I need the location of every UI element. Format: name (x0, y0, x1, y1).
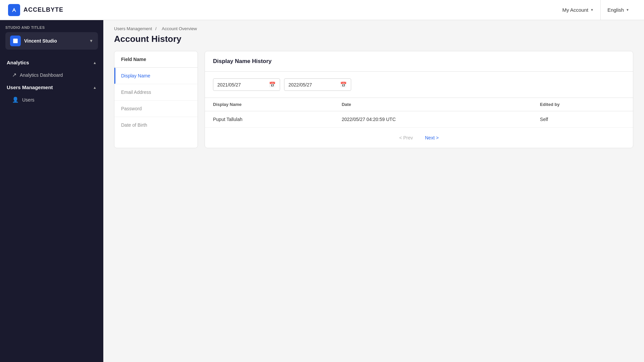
studio-section-label: STUDIO AND TITLES (5, 25, 98, 29)
date-start-value: 2021/05/27 (217, 82, 266, 87)
history-panel: Display Name History 2021/05/27 📅 2022/0… (205, 51, 633, 148)
sidebar-item-users[interactable]: 👤 Users (0, 94, 103, 106)
studio-selector[interactable]: Vincent Studio ▼ (5, 32, 98, 50)
analytics-section-header[interactable]: Analytics ▲ (0, 56, 103, 69)
language-chevron-icon: ▼ (626, 8, 629, 12)
trending-icon: ↗ (12, 72, 16, 78)
svg-rect-4 (14, 41, 15, 42)
logo-icon (8, 4, 20, 16)
cell-date: 2022/05/27 04:20:59 UTC (334, 111, 532, 128)
breadcrumb: Users Management / Account Overview (103, 20, 644, 33)
col-edited-by: Edited by (532, 98, 633, 111)
date-range-filter: 2021/05/27 📅 2022/05/27 📅 (205, 72, 633, 98)
breadcrumb-users-management[interactable]: Users Management (114, 26, 152, 31)
col-display-name: Display Name (205, 98, 334, 111)
analytics-section-title: Analytics (7, 60, 29, 65)
svg-rect-5 (16, 41, 17, 42)
page-title: Account History (103, 33, 644, 51)
topbar-right: My Account ▼ English ▼ (555, 0, 636, 20)
cell-display-name: Puput Tallulah (205, 111, 334, 128)
content-area: Field Name Display Name Email Address Pa… (103, 51, 644, 159)
svg-rect-2 (14, 40, 15, 41)
topbar: ACCELBYTE My Account ▼ English ▼ (0, 0, 644, 20)
history-table: Display Name Date Edited by Puput Tallul… (205, 98, 633, 127)
sidebar: STUDIO AND TITLES Vincent Studio ▼ Analy… (0, 20, 103, 362)
next-button[interactable]: Next > (420, 133, 443, 142)
logo-text: ACCELBYTE (23, 6, 63, 13)
users-management-section-title: Users Management (7, 84, 53, 90)
field-item-date-of-birth[interactable]: Date of Birth (114, 117, 198, 133)
date-end-input[interactable]: 2022/05/27 📅 (284, 78, 351, 91)
users-management-section-header[interactable]: Users Management ▲ (0, 81, 103, 94)
field-item-email-address[interactable]: Email Address (114, 84, 198, 101)
field-item-display-name[interactable]: Display Name (114, 68, 198, 84)
my-account-button[interactable]: My Account ▼ (555, 0, 600, 20)
main-content: Users Management / Account Overview Acco… (103, 20, 644, 362)
studio-name: Vincent Studio (24, 38, 86, 44)
analytics-chevron-icon: ▲ (93, 61, 97, 65)
studio-icon (10, 36, 21, 46)
logo-area: ACCELBYTE (8, 4, 63, 16)
col-date: Date (334, 98, 532, 111)
sidebar-nav: Analytics ▲ ↗ Analytics Dashboard Users … (0, 52, 103, 110)
cell-edited-by: Self (532, 111, 633, 128)
users-management-chevron-icon: ▲ (93, 85, 97, 89)
table-row: Puput Tallulah 2022/05/27 04:20:59 UTC S… (205, 111, 633, 128)
breadcrumb-account-overview: Account Overview (162, 26, 197, 31)
prev-button[interactable]: < Prev (394, 133, 418, 142)
history-panel-title: Display Name History (205, 51, 633, 72)
date-end-value: 2022/05/27 (288, 82, 337, 87)
field-list-header: Field Name (114, 51, 198, 68)
date-start-input[interactable]: 2021/05/27 📅 (213, 78, 280, 91)
field-list-panel: Field Name Display Name Email Address Pa… (114, 51, 198, 148)
breadcrumb-separator: / (155, 26, 157, 31)
calendar-start-icon: 📅 (269, 81, 276, 88)
svg-rect-3 (16, 40, 17, 41)
svg-rect-1 (13, 39, 18, 43)
sidebar-item-analytics-dashboard[interactable]: ↗ Analytics Dashboard (0, 69, 103, 81)
table-header-row: Display Name Date Edited by (205, 98, 633, 111)
users-icon: 👤 (12, 97, 19, 103)
pagination: < Prev Next > (205, 127, 633, 148)
calendar-end-icon: 📅 (340, 81, 347, 88)
my-account-chevron-icon: ▼ (590, 8, 594, 12)
layout: STUDIO AND TITLES Vincent Studio ▼ Analy… (0, 20, 644, 362)
studio-chevron-icon: ▼ (89, 39, 93, 43)
field-item-password[interactable]: Password (114, 101, 198, 117)
studio-section: STUDIO AND TITLES Vincent Studio ▼ (0, 20, 103, 52)
language-button[interactable]: English ▼ (600, 0, 636, 20)
